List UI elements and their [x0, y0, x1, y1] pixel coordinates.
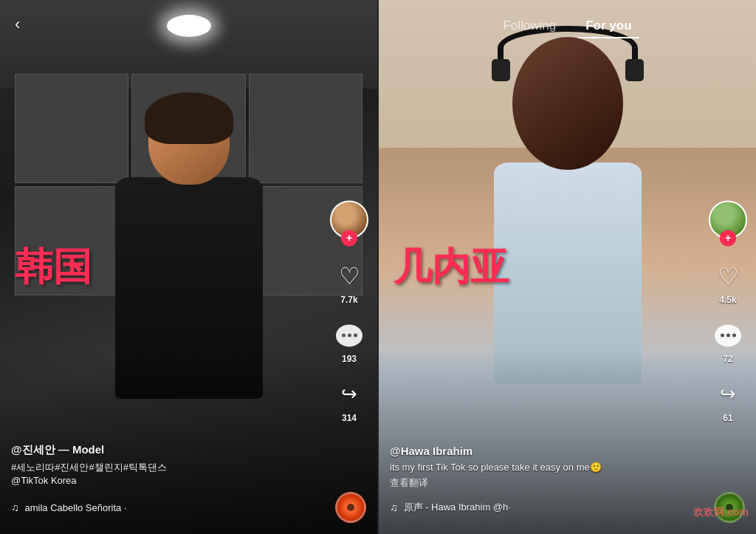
headphone-ear-right [625, 59, 644, 81]
head-right [512, 37, 623, 170]
like-action-right[interactable]: ♡ 4.5k [712, 261, 743, 305]
disc-center-left [347, 504, 354, 511]
dot1 [342, 333, 346, 337]
right-video-panel: Following For you 几内亚 + ♡ 4.5k [379, 0, 756, 534]
like-action-left[interactable]: ♡ 7.7k [334, 261, 365, 305]
dot3 [354, 333, 357, 337]
comment-count-left: 193 [342, 354, 357, 364]
body-left [115, 177, 263, 399]
comment-bubble-left [336, 324, 362, 346]
comment-bubble-right [715, 324, 741, 346]
comment-count-right: 72 [723, 354, 732, 364]
username-left: @진세안 — Model [11, 443, 329, 457]
caption-left: #세노리따#진세안#챌린지#틱톡댄스@TikTok Korea [11, 461, 329, 487]
head-left [148, 96, 230, 185]
translate-link[interactable]: 查看翻译 [390, 476, 708, 490]
music-note-icon-right: ♫ [390, 502, 398, 513]
share-button-left[interactable]: ↪ [334, 379, 365, 410]
like-count-right: 4.5k [719, 295, 736, 305]
comment-action-right[interactable]: 72 [712, 320, 743, 364]
heart-icon-left: ♡ [339, 262, 360, 290]
comment-dots-right [721, 333, 736, 337]
follow-button-left[interactable]: + [341, 230, 357, 246]
like-button-left[interactable]: ♡ [334, 261, 365, 292]
comment-button-left[interactable] [334, 320, 365, 351]
left-video-panel: ‹ 韩国 + ♡ 7.7k 193 [0, 0, 377, 534]
action-buttons-right: + ♡ 4.5k 72 ↪ [709, 200, 747, 423]
body-right [494, 162, 642, 384]
username-right: @Hawa Ibrahim [390, 445, 708, 457]
bottom-info-right: @Hawa Ibrahim its my first Tik Tok so pl… [390, 445, 708, 490]
avatar-right-wrap[interactable]: + [709, 200, 747, 239]
person-right [494, 37, 642, 384]
watermark: 欢欢网.com [693, 506, 749, 519]
dot2 [348, 333, 351, 337]
tab-foryou[interactable]: For you [578, 15, 639, 38]
action-buttons-left: + ♡ 7.7k 193 ↪ [330, 200, 368, 423]
wall-panel [249, 74, 362, 183]
top-navigation: Following For you [379, 15, 756, 38]
music-text-right: 原声 - Hawa Ibrahim @h· [404, 501, 709, 514]
share-button-right[interactable]: ↪ [712, 379, 743, 410]
dot4 [721, 333, 724, 337]
tab-following[interactable]: Following [495, 15, 563, 38]
bottom-info-left: @진세안 — Model #세노리따#진세안#챌린지#틱톡댄스@TikTok K… [11, 443, 329, 490]
music-bar-left: ♫ amila Cabello Señorita · [11, 492, 366, 523]
follow-button-right[interactable]: + [720, 230, 736, 246]
share-count-right: 61 [723, 413, 732, 423]
country-label-left: 韩国 [15, 242, 92, 293]
wall-panel [15, 74, 128, 183]
headphone-ear-left [492, 59, 510, 81]
dot6 [732, 333, 736, 337]
comment-dots-left [342, 333, 357, 337]
music-bar-right: ♫ 原声 - Hawa Ibrahim @h· [390, 492, 745, 523]
dot5 [726, 333, 730, 337]
share-icon-right: ↪ [720, 383, 736, 405]
person-left [115, 96, 263, 399]
share-action-right[interactable]: ↪ 61 [712, 379, 743, 423]
like-count-left: 7.7k [340, 295, 357, 305]
share-count-left: 314 [342, 413, 357, 423]
comment-action-left[interactable]: 193 [334, 320, 365, 364]
caption-right: its my first Tik Tok so please take it e… [390, 461, 708, 474]
music-note-icon-left: ♫ [11, 502, 19, 513]
comment-button-right[interactable] [712, 320, 743, 351]
hair-left [145, 92, 233, 144]
country-label-right: 几内亚 [394, 242, 509, 293]
avatar-left-wrap[interactable]: + [330, 200, 368, 239]
share-action-left[interactable]: ↪ 314 [334, 379, 365, 423]
music-text-left: amila Cabello Señorita · [25, 502, 330, 513]
music-disc-left [335, 492, 366, 523]
back-button[interactable]: ‹ [15, 15, 20, 34]
like-button-right[interactable]: ♡ [712, 261, 743, 292]
share-icon-left: ↪ [341, 383, 357, 405]
heart-icon-right: ♡ [718, 262, 739, 290]
